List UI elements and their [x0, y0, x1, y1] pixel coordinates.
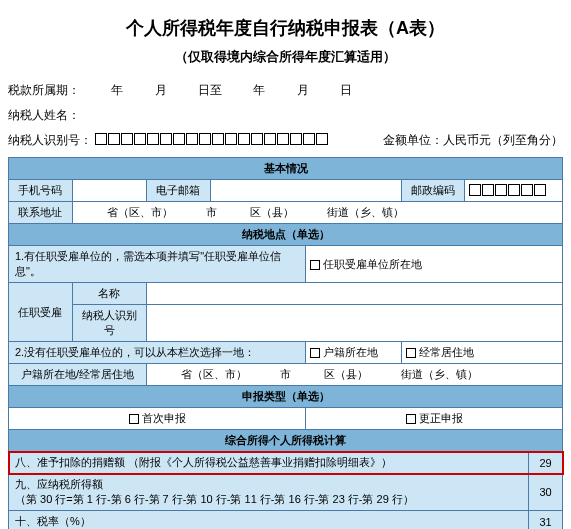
taxpayer-id-row: 纳税人识别号： 金额单位：人民币元（列至角分）: [8, 132, 563, 149]
period-y1: 年: [111, 83, 123, 97]
period-d1: 日至: [198, 83, 222, 97]
checkbox-icon[interactable]: [406, 414, 416, 424]
huji-street: 街道（乡、镇）: [401, 368, 478, 380]
opt2-cb2-cell[interactable]: 经常居住地: [401, 342, 562, 364]
phone-input[interactable]: [72, 180, 146, 202]
email-label: 电子邮箱: [146, 180, 210, 202]
emp-name-label: 名称: [72, 283, 146, 305]
correct-declare-cell[interactable]: 更正申报: [306, 408, 563, 430]
opt1-label: 1.有任职受雇单位的，需选本项并填写"任职受雇单位信息"。: [9, 246, 306, 283]
addr-street: 街道（乡、镇）: [327, 206, 404, 218]
row9-num: 30: [529, 474, 563, 511]
id-label: 纳税人识别号：: [8, 133, 92, 147]
form-table: 基本情况 手机号码 电子邮箱 邮政编码 联系地址 省（区、市） 市 区（县） 街…: [8, 157, 563, 529]
row9b: （第 30 行=第 1 行-第 6 行-第 7 行-第 10 行-第 11 行-…: [15, 492, 524, 507]
huji-city: 市: [280, 368, 291, 380]
opt1-checkbox-cell[interactable]: 任职受雇单位所在地: [306, 246, 563, 283]
opt2-cb1-label: 户籍所在地: [323, 346, 378, 358]
addr-city: 市: [206, 206, 217, 218]
period-y2: 年: [253, 83, 265, 97]
tax-period-row: 税款所属期： 年 月 日至 年 月 日: [8, 82, 563, 99]
first-declare-cell[interactable]: 首次申报: [9, 408, 306, 430]
period-d2: 日: [340, 83, 352, 97]
emp-unit-label1: 任职受雇: [9, 283, 73, 342]
currency-unit: 金额单位：人民币元（列至角分）: [383, 132, 563, 149]
email-input[interactable]: [210, 180, 401, 202]
opt1-cb-label: 任职受雇单位所在地: [323, 258, 422, 270]
phone-label: 手机号码: [9, 180, 73, 202]
emp-id-label: 纳税人识别号: [72, 305, 146, 342]
id-boxes[interactable]: [95, 133, 329, 148]
opt2-label: 2.没有任职受雇单位的，可以从本栏次选择一地：: [9, 342, 306, 364]
row9-label: 九、应纳税所得额 （第 30 行=第 1 行-第 6 行-第 7 行-第 10 …: [9, 474, 529, 511]
correct-label: 更正申报: [419, 412, 463, 424]
emp-id-input[interactable]: [146, 305, 562, 342]
zip-label: 邮政编码: [401, 180, 465, 202]
addr-label: 联系地址: [9, 202, 73, 224]
checkbox-icon[interactable]: [310, 260, 320, 270]
taxpayer-name-row: 纳税人姓名：: [8, 107, 563, 124]
checkbox-icon[interactable]: [406, 348, 416, 358]
period-m1: 月: [155, 83, 167, 97]
section-basic: 基本情况: [9, 158, 563, 180]
opt2-cb2-label: 经常居住地: [419, 346, 474, 358]
emp-name-input[interactable]: [146, 283, 562, 305]
row8-label: 八、准予扣除的捐赠额 （附报《个人所得税公益慈善事业捐赠扣除明细表》）: [9, 452, 529, 474]
first-label: 首次申报: [142, 412, 186, 424]
row9a: 九、应纳税所得额: [15, 477, 524, 492]
huji-prov: 省（区、市）: [181, 368, 247, 380]
section-calc: 综合所得个人所得税计算: [9, 430, 563, 452]
opt2-cb1-cell[interactable]: 户籍所在地: [306, 342, 402, 364]
huji-county: 区（县）: [324, 368, 368, 380]
row8-num: 29: [529, 452, 563, 474]
zip-input[interactable]: [465, 180, 563, 202]
huji-input[interactable]: 省（区、市） 市 区（县） 街道（乡、镇）: [146, 364, 562, 386]
addr-input[interactable]: 省（区、市） 市 区（县） 街道（乡、镇）: [72, 202, 562, 224]
addr-county: 区（县）: [250, 206, 294, 218]
period-label: 税款所属期：: [8, 83, 80, 97]
addr-prov: 省（区、市）: [107, 206, 173, 218]
section-taxaddr: 纳税地点（单选）: [9, 224, 563, 246]
page-subtitle: （仅取得境内综合所得年度汇算适用）: [8, 48, 563, 66]
checkbox-icon[interactable]: [310, 348, 320, 358]
period-m2: 月: [297, 83, 309, 97]
row10-num: 31: [529, 511, 563, 530]
huji-label: 户籍所在地/经常居住地: [9, 364, 147, 386]
name-label: 纳税人姓名：: [8, 108, 80, 122]
page-title: 个人所得税年度自行纳税申报表（A表）: [8, 16, 563, 40]
row10-label: 十、税率（%）: [9, 511, 529, 530]
section-declaretype: 申报类型（单选）: [9, 386, 563, 408]
checkbox-icon[interactable]: [129, 414, 139, 424]
